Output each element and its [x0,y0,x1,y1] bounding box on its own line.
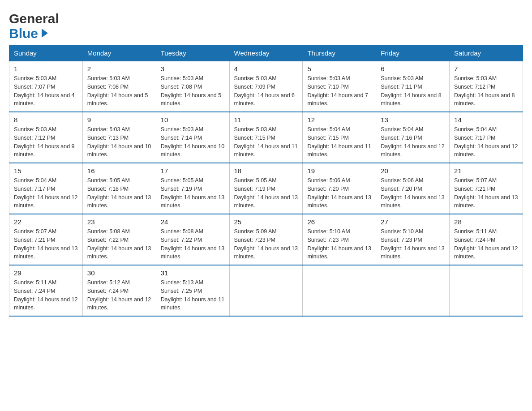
calendar-cell: 20Sunrise: 5:06 AMSunset: 7:20 PMDayligh… [376,163,450,214]
day-number: 26 [307,218,371,226]
day-info: Sunrise: 5:03 AMSunset: 7:14 PMDaylight:… [161,125,225,159]
calendar-cell: 16Sunrise: 5:05 AMSunset: 7:18 PMDayligh… [82,163,156,214]
day-number: 12 [307,116,371,124]
day-info: Sunrise: 5:13 AMSunset: 7:25 PMDaylight:… [161,278,225,312]
calendar-cell: 26Sunrise: 5:10 AMSunset: 7:23 PMDayligh… [303,214,376,265]
logo: General Blue [9,9,33,41]
page-header: General Blue [9,9,523,41]
day-info: Sunrise: 5:03 AMSunset: 7:08 PMDaylight:… [87,74,151,108]
day-number: 7 [454,65,518,73]
day-info: Sunrise: 5:03 AMSunset: 7:10 PMDaylight:… [307,74,371,108]
column-header-wednesday: Wednesday [229,46,303,61]
calendar-cell: 27Sunrise: 5:10 AMSunset: 7:23 PMDayligh… [376,214,450,265]
day-info: Sunrise: 5:10 AMSunset: 7:23 PMDaylight:… [307,227,371,261]
day-number: 8 [14,116,78,124]
calendar-cell: 31Sunrise: 5:13 AMSunset: 7:25 PMDayligh… [156,265,229,316]
week-row-1: 1Sunrise: 5:03 AMSunset: 7:07 PMDaylight… [9,61,523,112]
calendar-cell: 21Sunrise: 5:07 AMSunset: 7:21 PMDayligh… [450,163,523,214]
day-number: 20 [381,167,445,175]
day-info: Sunrise: 5:04 AMSunset: 7:16 PMDaylight:… [381,125,445,159]
day-info: Sunrise: 5:03 AMSunset: 7:09 PMDaylight:… [234,74,298,108]
calendar-cell: 8Sunrise: 5:03 AMSunset: 7:12 PMDaylight… [9,112,83,163]
calendar-cell: 2Sunrise: 5:03 AMSunset: 7:08 PMDaylight… [82,61,156,112]
day-info: Sunrise: 5:03 AMSunset: 7:12 PMDaylight:… [454,74,518,108]
day-number: 14 [454,116,518,124]
day-info: Sunrise: 5:09 AMSunset: 7:23 PMDaylight:… [234,227,298,261]
calendar-cell: 13Sunrise: 5:04 AMSunset: 7:16 PMDayligh… [376,112,450,163]
day-number: 29 [14,269,78,277]
day-info: Sunrise: 5:04 AMSunset: 7:17 PMDaylight:… [14,176,78,210]
day-info: Sunrise: 5:03 AMSunset: 7:07 PMDaylight:… [14,74,78,108]
calendar-cell [303,265,376,316]
logo-general: General [9,11,59,26]
day-number: 3 [161,65,225,73]
column-header-friday: Friday [376,46,450,61]
day-number: 24 [161,218,225,226]
day-info: Sunrise: 5:08 AMSunset: 7:22 PMDaylight:… [161,227,225,261]
week-row-3: 15Sunrise: 5:04 AMSunset: 7:17 PMDayligh… [9,163,523,214]
day-info: Sunrise: 5:11 AMSunset: 7:24 PMDaylight:… [454,227,518,261]
day-number: 31 [161,269,225,277]
day-number: 18 [234,167,298,175]
day-info: Sunrise: 5:05 AMSunset: 7:19 PMDaylight:… [161,176,225,210]
day-info: Sunrise: 5:04 AMSunset: 7:17 PMDaylight:… [454,125,518,159]
day-number: 15 [14,167,78,175]
calendar-cell: 29Sunrise: 5:11 AMSunset: 7:24 PMDayligh… [9,265,83,316]
calendar-cell: 6Sunrise: 5:03 AMSunset: 7:11 PMDaylight… [376,61,450,112]
day-number: 4 [234,65,298,73]
day-info: Sunrise: 5:04 AMSunset: 7:15 PMDaylight:… [307,125,371,159]
day-info: Sunrise: 5:03 AMSunset: 7:08 PMDaylight:… [161,74,225,108]
column-header-tuesday: Tuesday [156,46,229,61]
day-number: 23 [87,218,151,226]
day-info: Sunrise: 5:08 AMSunset: 7:22 PMDaylight:… [87,227,151,261]
calendar-cell: 11Sunrise: 5:03 AMSunset: 7:15 PMDayligh… [229,112,303,163]
day-number: 2 [87,65,151,73]
day-info: Sunrise: 5:05 AMSunset: 7:19 PMDaylight:… [234,176,298,210]
calendar-cell: 7Sunrise: 5:03 AMSunset: 7:12 PMDaylight… [450,61,523,112]
calendar-cell [376,265,450,316]
calendar-cell: 25Sunrise: 5:09 AMSunset: 7:23 PMDayligh… [229,214,303,265]
day-number: 27 [381,218,445,226]
day-info: Sunrise: 5:07 AMSunset: 7:21 PMDaylight:… [454,176,518,210]
day-number: 6 [381,65,445,73]
week-row-5: 29Sunrise: 5:11 AMSunset: 7:24 PMDayligh… [9,265,523,316]
day-number: 30 [87,269,151,277]
calendar-cell: 22Sunrise: 5:07 AMSunset: 7:21 PMDayligh… [9,214,83,265]
column-header-sunday: Sunday [9,46,83,61]
day-info: Sunrise: 5:10 AMSunset: 7:23 PMDaylight:… [381,227,445,261]
calendar-table: SundayMondayTuesdayWednesdayThursdayFrid… [9,45,523,317]
column-header-saturday: Saturday [450,46,523,61]
calendar-cell [450,265,523,316]
day-number: 10 [161,116,225,124]
day-info: Sunrise: 5:03 AMSunset: 7:13 PMDaylight:… [87,125,151,159]
calendar-cell: 4Sunrise: 5:03 AMSunset: 7:09 PMDaylight… [229,61,303,112]
calendar-cell: 30Sunrise: 5:12 AMSunset: 7:24 PMDayligh… [82,265,156,316]
day-number: 1 [14,65,78,73]
day-number: 22 [14,218,78,226]
day-number: 9 [87,116,151,124]
day-info: Sunrise: 5:03 AMSunset: 7:11 PMDaylight:… [381,74,445,108]
calendar-cell: 12Sunrise: 5:04 AMSunset: 7:15 PMDayligh… [303,112,376,163]
calendar-cell: 17Sunrise: 5:05 AMSunset: 7:19 PMDayligh… [156,163,229,214]
day-info: Sunrise: 5:07 AMSunset: 7:21 PMDaylight:… [14,227,78,261]
day-number: 5 [307,65,371,73]
logo-blue: Blue [9,26,59,41]
day-number: 17 [161,167,225,175]
day-info: Sunrise: 5:05 AMSunset: 7:18 PMDaylight:… [87,176,151,210]
day-number: 28 [454,218,518,226]
day-number: 19 [307,167,371,175]
calendar-cell: 9Sunrise: 5:03 AMSunset: 7:13 PMDaylight… [82,112,156,163]
calendar-cell: 19Sunrise: 5:06 AMSunset: 7:20 PMDayligh… [303,163,376,214]
calendar-cell: 24Sunrise: 5:08 AMSunset: 7:22 PMDayligh… [156,214,229,265]
week-row-2: 8Sunrise: 5:03 AMSunset: 7:12 PMDaylight… [9,112,523,163]
calendar-cell: 5Sunrise: 5:03 AMSunset: 7:10 PMDaylight… [303,61,376,112]
calendar-cell: 23Sunrise: 5:08 AMSunset: 7:22 PMDayligh… [82,214,156,265]
day-info: Sunrise: 5:06 AMSunset: 7:20 PMDaylight:… [381,176,445,210]
day-info: Sunrise: 5:06 AMSunset: 7:20 PMDaylight:… [307,176,371,210]
week-row-4: 22Sunrise: 5:07 AMSunset: 7:21 PMDayligh… [9,214,523,265]
day-info: Sunrise: 5:03 AMSunset: 7:12 PMDaylight:… [14,125,78,159]
day-info: Sunrise: 5:11 AMSunset: 7:24 PMDaylight:… [14,278,78,312]
day-number: 21 [454,167,518,175]
calendar-cell: 3Sunrise: 5:03 AMSunset: 7:08 PMDaylight… [156,61,229,112]
day-number: 16 [87,167,151,175]
